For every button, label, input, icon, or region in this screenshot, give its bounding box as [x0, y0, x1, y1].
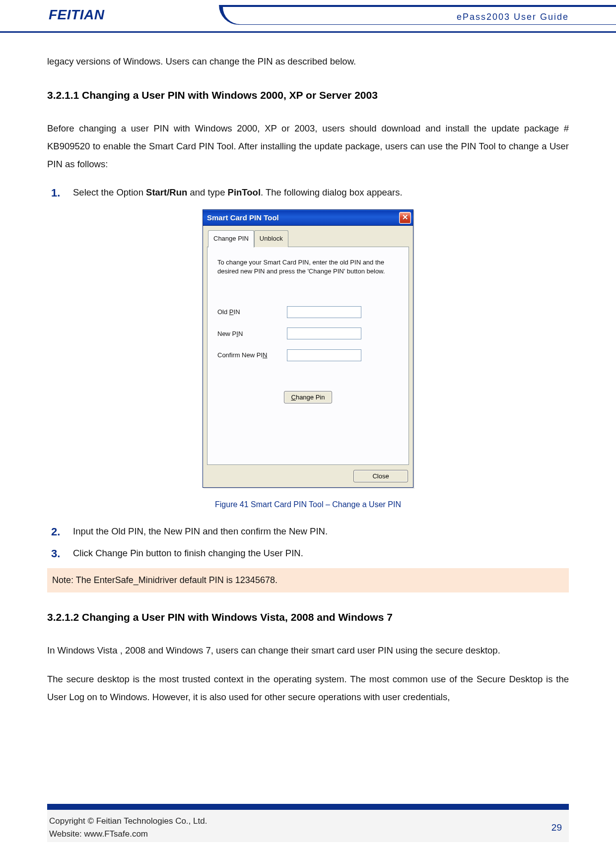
smart-card-pin-tool-dialog: Smart Card PIN Tool ✕ Change PIN Unblock… [203, 209, 413, 488]
dialog-instructions: To change your Smart Card PIN, enter the… [217, 258, 399, 276]
figure-caption: Figure 41 Smart Card PIN Tool – Change a… [47, 497, 569, 512]
step-2: 2. Input the Old PIN, the New PIN and th… [67, 523, 569, 539]
section-3-2-1-2-heading: 3.2.1.2 Changing a User PIN with Windows… [47, 607, 569, 628]
step-1: 1. Select the Option Start/Run and type … [67, 184, 569, 200]
page-content: legacy versions of Windows. Users can ch… [0, 33, 616, 706]
close-icon[interactable]: ✕ [399, 212, 411, 224]
dialog-title: Smart Card PIN Tool [207, 210, 279, 225]
footer-website: Website: www.FTsafe.com [49, 828, 207, 841]
page-header: FEITIAN ePass2003 User Guide [0, 5, 616, 33]
new-pin-input[interactable] [287, 327, 361, 339]
section-3-2-1-1-heading: 3.2.1.1 Changing a User PIN with Windows… [47, 85, 569, 106]
steps-list-1: 1. Select the Option Start/Run and type … [47, 184, 569, 200]
section-2-p1: In Windows Vista , 2008 and Windows 7, u… [47, 642, 569, 659]
label-new-pin: New PIN [217, 327, 287, 340]
dialog-titlebar[interactable]: Smart Card PIN Tool ✕ [203, 210, 413, 226]
old-pin-input[interactable] [287, 306, 361, 318]
step-3: 3. Click Change Pin button to finish cha… [67, 545, 569, 561]
steps-list-2: 2. Input the Old PIN, the New PIN and th… [47, 523, 569, 561]
label-old-pin: Old PIN [217, 306, 287, 318]
figure-41: Smart Card PIN Tool ✕ Change PIN Unblock… [47, 209, 569, 488]
close-button[interactable]: Close [353, 470, 408, 482]
page-number: 29 [551, 822, 567, 833]
tab-panel-change-pin: To change your Smart Card PIN, enter the… [207, 247, 409, 465]
section-2-p2: The secure desktop is the most trusted c… [47, 670, 569, 706]
dialog-tabs: Change PIN Unblock [207, 230, 409, 247]
doc-title: ePass2003 User Guide [457, 12, 569, 22]
page-footer: Copyright © Feitian Technologies Co., Lt… [0, 804, 616, 842]
tab-change-pin[interactable]: Change PIN [208, 230, 254, 247]
logo-feitian: FEITIAN [49, 7, 104, 23]
section-1-paragraph: Before changing a user PIN with Windows … [47, 120, 569, 173]
footer-copyright: Copyright © Feitian Technologies Co., Lt… [49, 815, 207, 828]
label-confirm-pin: Confirm New PIN [217, 349, 287, 361]
note-default-pin: Note: The EnterSafe_Minidriver default P… [47, 568, 569, 592]
confirm-pin-input[interactable] [287, 349, 361, 361]
lead-paragraph: legacy versions of Windows. Users can ch… [47, 53, 569, 70]
tab-unblock[interactable]: Unblock [254, 230, 288, 247]
change-pin-button[interactable]: Change Pin [284, 391, 333, 403]
